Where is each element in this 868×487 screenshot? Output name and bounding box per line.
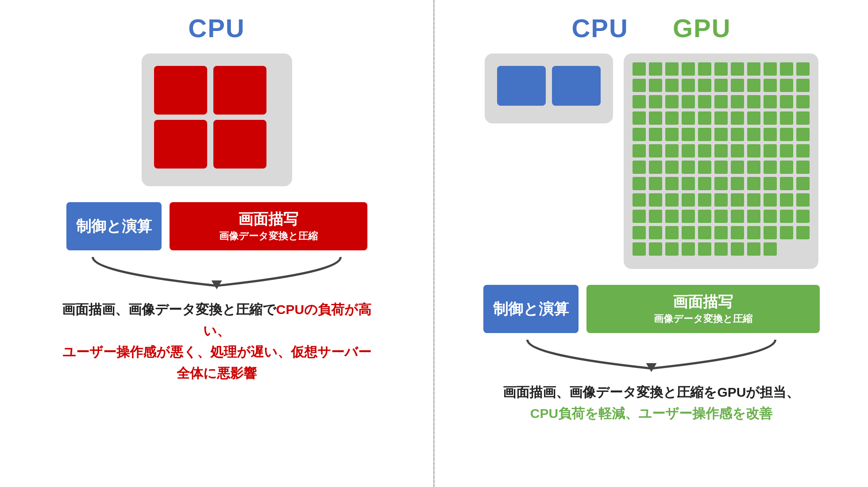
- gpu-core-122: [649, 242, 662, 256]
- gpu-core-116: [731, 226, 744, 239]
- gpu-core-51: [747, 128, 760, 141]
- gpu-core-18: [747, 79, 760, 92]
- gpu-core-45: [649, 128, 662, 141]
- gpu-core-54: [796, 128, 810, 141]
- gpu-core-104: [714, 210, 728, 223]
- gpu-core-37: [698, 111, 711, 125]
- gpu-core-11: [633, 79, 646, 92]
- gpu-core-48: [698, 128, 711, 141]
- gpu-core-73: [747, 161, 760, 174]
- gpu-core-78: [649, 177, 662, 190]
- left-label-render-sub: 画像データ変換と圧縮: [219, 230, 318, 243]
- gpu-core-83: [731, 177, 744, 190]
- gpu-core-57: [665, 144, 679, 157]
- gpu-core-19: [764, 79, 777, 92]
- gpu-core-55: [633, 144, 646, 157]
- gpu-core-60: [714, 144, 728, 157]
- right-brace: [452, 337, 850, 373]
- gpu-core-108: [780, 210, 793, 223]
- gpu-core-43: [796, 111, 810, 125]
- left-label-render-main: 画面描写: [238, 210, 298, 228]
- gpu-core-86: [780, 177, 793, 190]
- gpu-core-109: [796, 210, 810, 223]
- gpu-core-128: [747, 242, 760, 256]
- gpu-core-41: [764, 111, 777, 125]
- gpu-core-77: [633, 177, 646, 190]
- gpu-core-49: [714, 128, 728, 141]
- gpu-core-25: [682, 95, 695, 108]
- gpu-core-10: [796, 62, 810, 76]
- left-description: 画面描画、画像データ変換と圧縮でCPUの負荷が高い、 ユーザー操作感が悪く、処理…: [49, 299, 385, 384]
- cpu-core-4: [213, 120, 266, 169]
- gpu-core-95: [747, 193, 760, 207]
- right-desc-line2: CPU負荷を軽減、ユーザー操作感を改善: [530, 406, 772, 421]
- gpu-core-80: [682, 177, 695, 190]
- gpu-core-114: [698, 226, 711, 239]
- gpu-core-56: [649, 144, 662, 157]
- gpu-core-6: [731, 62, 744, 76]
- gpu-core-120: [796, 226, 810, 239]
- left-desc-line1: 画面描画、画像データ変換と圧縮で: [62, 302, 276, 317]
- gpu-core-40: [747, 111, 760, 125]
- gpu-core-92: [698, 193, 711, 207]
- gpu-core-0: [633, 62, 646, 76]
- gpu-core-90: [665, 193, 679, 207]
- gpu-core-36: [682, 111, 695, 125]
- left-chip-area: [142, 54, 292, 186]
- right-description: 画面描画、画像データ変換と圧縮をGPUが担当、 CPU負荷を軽減、ユーザー操作感…: [494, 382, 808, 424]
- right-cpu-core-1: [497, 66, 546, 106]
- gpu-core-59: [698, 144, 711, 157]
- gpu-core-112: [665, 226, 679, 239]
- gpu-core-101: [665, 210, 679, 223]
- gpu-core-42: [780, 111, 793, 125]
- gpu-core-129: [764, 242, 777, 256]
- right-cpu-chip: [485, 54, 613, 123]
- gpu-core-1: [649, 62, 662, 76]
- gpu-core-72: [731, 161, 744, 174]
- gpu-core-69: [682, 161, 695, 174]
- gpu-core-20: [780, 79, 793, 92]
- gpu-core-21: [796, 79, 810, 92]
- gpu-core-15: [698, 79, 711, 92]
- gpu-core-63: [764, 144, 777, 157]
- right-brace-svg: [472, 337, 830, 373]
- gpu-core-22: [633, 95, 646, 108]
- left-panel: CPU 制御と演算 画面描写 画像データ変換と圧縮: [0, 0, 433, 487]
- gpu-core-91: [682, 193, 695, 207]
- gpu-core-107: [764, 210, 777, 223]
- gpu-core-12: [649, 79, 662, 92]
- left-cpu-title: CPU: [188, 13, 245, 43]
- gpu-core-46: [665, 128, 679, 141]
- gpu-core-2: [665, 62, 679, 76]
- gpu-core-39: [731, 111, 744, 125]
- right-panel: CPU GPU 制御と演算 画面描写 画像データ変換と圧縮: [435, 0, 868, 487]
- gpu-core-124: [682, 242, 695, 256]
- gpu-core-68: [665, 161, 679, 174]
- gpu-core-64: [780, 144, 793, 157]
- gpu-core-38: [714, 111, 728, 125]
- gpu-core-29: [747, 95, 760, 108]
- gpu-core-79: [665, 177, 679, 190]
- gpu-core-52: [764, 128, 777, 141]
- gpu-core-32: [796, 95, 810, 108]
- right-cpu-core-2: [552, 66, 601, 106]
- gpu-core-93: [714, 193, 728, 207]
- gpu-core-65: [796, 144, 810, 157]
- gpu-core-119: [780, 226, 793, 239]
- gpu-core-27: [714, 95, 728, 108]
- gpu-core-125: [698, 242, 711, 256]
- gpu-core-47: [682, 128, 695, 141]
- gpu-core-3: [682, 62, 695, 76]
- right-gpu-title: GPU: [673, 13, 731, 43]
- gpu-core-7: [747, 62, 760, 76]
- gpu-core-118: [764, 226, 777, 239]
- gpu-core-113: [682, 226, 695, 239]
- gpu-core-97: [780, 193, 793, 207]
- right-label-render-main: 画面描写: [673, 293, 733, 311]
- gpu-core-61: [731, 144, 744, 157]
- right-label-render-sub: 画像データ変換と圧縮: [654, 313, 752, 326]
- gpu-core-100: [649, 210, 662, 223]
- gpu-core-94: [731, 193, 744, 207]
- left-cpu-cores-bottom: [154, 120, 280, 169]
- gpu-core-75: [780, 161, 793, 174]
